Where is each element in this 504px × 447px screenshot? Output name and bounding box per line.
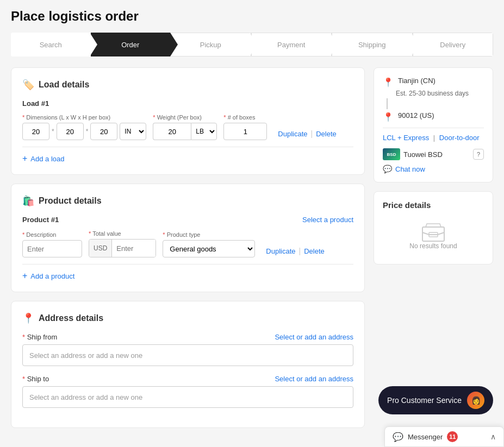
help-icon[interactable]: ? — [473, 149, 484, 160]
chat-now-button[interactable]: 💬 Chat now — [383, 165, 425, 173]
messenger-left: 💬 Messenger 11 — [393, 431, 458, 442]
step-delivery[interactable]: Delivery — [413, 33, 494, 56]
dim-w-input[interactable] — [57, 123, 84, 140]
delete-load-button[interactable]: Delete — [316, 130, 337, 138]
route-line — [387, 98, 388, 109]
add-load-button[interactable]: + Add a load — [22, 154, 65, 163]
product-header: Product #1 Select a product — [22, 216, 353, 224]
forwarder-name: Tuowei BSD — [403, 150, 443, 159]
ship-to-row: * Ship to Select or add an address Selec… — [22, 375, 353, 408]
route-days: Est. 25-30 business days — [396, 90, 484, 97]
dim-inputs: * * IN CM — [22, 123, 146, 140]
step-order[interactable]: Order — [91, 33, 171, 56]
price-details-card: Price details No results found — [374, 191, 493, 265]
address-details-title: 📍 Address details — [22, 312, 353, 324]
duplicate-product-button[interactable]: Duplicate — [266, 247, 295, 255]
weight-unit-select[interactable]: LB KG — [191, 123, 217, 140]
dim-unit-select[interactable]: IN CM — [120, 123, 146, 140]
price-details-title: Price details — [383, 200, 484, 210]
select-product-button[interactable]: Select a product — [302, 216, 353, 224]
ship-to-link-button[interactable]: Select or add an address — [275, 375, 353, 383]
currency-label: USD — [89, 240, 112, 257]
plus-icon: + — [22, 154, 27, 163]
description-label: * Description — [22, 231, 82, 238]
dimensions-label: * Dimensions (L x W x H per box) — [22, 114, 146, 121]
messenger-icon: 💬 — [393, 432, 403, 442]
product-details-title: 🛍️ Product details — [22, 195, 353, 207]
plus-product-icon: + — [22, 271, 27, 281]
chat-icon: 💬 — [383, 165, 392, 173]
page-title: Place logistics order — [11, 9, 493, 24]
forwarder-logo: BSD Tuowei BSD — [383, 148, 443, 160]
load-number: Load #1 — [22, 99, 353, 108]
step-search[interactable]: Search — [11, 33, 91, 56]
load-details-title: 🏷️ Load details — [22, 79, 353, 91]
weight-label: * Weight (Per box) — [153, 114, 217, 121]
product-type-label: * Product type — [163, 231, 255, 238]
product-number: Product #1 — [22, 216, 59, 224]
product-type-field: * Product type General goods Electronics… — [163, 231, 255, 257]
load-icon: 🏷️ — [22, 79, 34, 91]
origin-pin-icon: 📍 — [383, 77, 394, 87]
dim-sep-1: * — [52, 128, 54, 135]
product-icon: 🛍️ — [22, 195, 34, 207]
destination-text: 90012 (US) — [398, 111, 434, 119]
address-icon: 📍 — [22, 312, 34, 324]
messenger-chevron-icon: ∧ — [490, 432, 496, 441]
route-destination: 📍 90012 (US) — [383, 111, 484, 122]
boxes-label: * # of boxes — [223, 114, 267, 121]
step-payment[interactable]: Payment — [251, 33, 332, 56]
messenger-bar[interactable]: 💬 Messenger 11 ∧ — [384, 426, 504, 447]
stepper: Search Order Pickup Payment Shipping Del… — [11, 33, 493, 56]
value-label: * Total value — [89, 230, 156, 237]
load-details-card: 🏷️ Load details Load #1 * Dimensions (L … — [11, 67, 365, 175]
dim-l-input[interactable] — [22, 123, 49, 140]
description-input[interactable] — [22, 240, 82, 257]
product-details-card: 🛍️ Product details Product #1 Select a p… — [11, 184, 365, 292]
origin-text: Tianjin (CN) — [398, 77, 435, 85]
pro-service-label: Pro Customer Service — [387, 396, 462, 405]
forwarder-logo-box: BSD — [383, 148, 400, 160]
product-type-select[interactable]: General goods Electronics Clothing Food … — [163, 240, 255, 257]
route-origin: 📍 Tianjin (CN) — [383, 77, 484, 87]
forwarder-row: BSD Tuowei BSD ? — [383, 148, 484, 160]
product-fields-row: * Description * Total value USD — [22, 230, 353, 257]
product-action-sep: | — [299, 247, 301, 255]
ship-from-input[interactable]: Select an address or add a new one — [22, 344, 353, 366]
value-input-wrap: USD — [89, 239, 156, 257]
value-input[interactable] — [112, 240, 155, 257]
messenger-label: Messenger — [408, 433, 443, 441]
delete-product-button[interactable]: Delete — [304, 247, 325, 255]
add-product-button[interactable]: + Add a product — [22, 271, 74, 281]
ship-to-label: * Ship to — [22, 375, 49, 383]
step-shipping[interactable]: Shipping — [332, 33, 413, 56]
ship-from-label: * Ship from — [22, 333, 57, 341]
address-details-card: 📍 Address details * Ship from Select or … — [11, 301, 365, 428]
ship-from-link-button[interactable]: Select or add an address — [275, 333, 353, 341]
route-card: 📍 Tianjin (CN) Est. 25-30 business days … — [374, 67, 493, 182]
step-pickup[interactable]: Pickup — [170, 33, 251, 56]
inbox-icon — [421, 223, 445, 242]
duplicate-load-button[interactable]: Duplicate — [278, 130, 307, 138]
dimensions-field: * Dimensions (L x W x H per box) * * IN … — [22, 114, 146, 140]
dim-h-input[interactable] — [90, 123, 117, 140]
action-sep: | — [311, 129, 313, 138]
pro-customer-service-button[interactable]: Pro Customer Service 👩 — [378, 386, 493, 414]
ship-to-input[interactable]: Select an address or add a new one — [22, 386, 353, 408]
load-actions: Duplicate | Delete — [278, 129, 336, 138]
product-actions: Duplicate | Delete — [266, 247, 324, 255]
ship-from-header: * Ship from Select or add an address — [22, 333, 353, 341]
weight-input[interactable] — [153, 123, 191, 140]
value-field: * Total value USD — [89, 230, 156, 257]
boxes-field: * # of boxes — [223, 114, 267, 140]
price-empty-state: No results found — [383, 217, 484, 255]
ship-to-header: * Ship to Select or add an address — [22, 375, 353, 383]
boxes-input[interactable] — [223, 123, 267, 140]
ship-from-row: * Ship from Select or add an address Sel… — [22, 333, 353, 366]
destination-pin-icon: 📍 — [383, 112, 394, 122]
dim-sep-2: * — [86, 128, 89, 135]
no-results-text: No results found — [409, 242, 457, 250]
weight-field: * Weight (Per box) LB KG — [153, 114, 217, 140]
load-fields-row: * Dimensions (L x W x H per box) * * IN … — [22, 114, 353, 140]
route-mode: LCL + Express | Door-to-door — [383, 134, 484, 142]
